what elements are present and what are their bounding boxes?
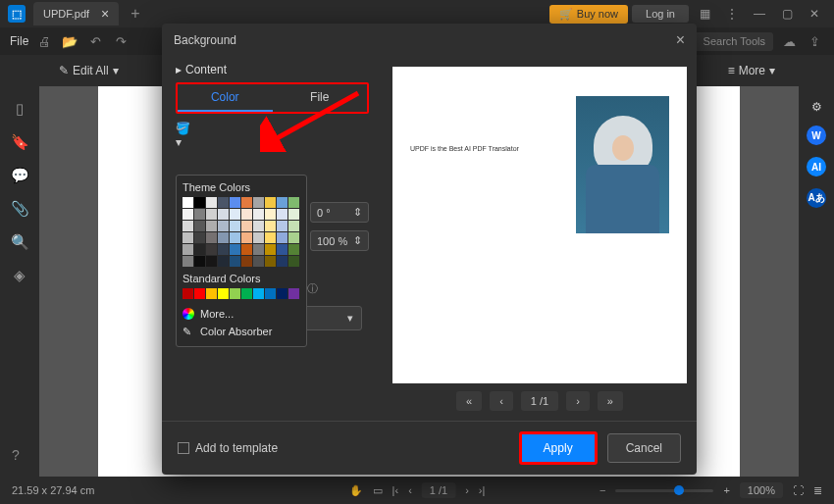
color-swatch[interactable]: [230, 209, 240, 220]
color-swatch[interactable]: [194, 221, 205, 231]
edit-all-button[interactable]: ✎ Edit All ▾: [59, 64, 119, 77]
select-tool-icon[interactable]: ▭: [373, 484, 383, 497]
zoom-slider[interactable]: [615, 489, 713, 492]
color-swatch[interactable]: [206, 209, 217, 220]
color-swatch[interactable]: [241, 256, 252, 267]
page-indicator[interactable]: 1 /1: [422, 482, 455, 498]
color-swatch[interactable]: [230, 221, 240, 231]
zoom-in-icon[interactable]: +: [723, 484, 729, 496]
color-swatch[interactable]: [194, 197, 205, 208]
add-template-checkbox[interactable]: [178, 442, 189, 454]
color-swatch[interactable]: [265, 209, 276, 220]
color-swatch[interactable]: [218, 232, 229, 243]
color-swatch[interactable]: [206, 288, 217, 299]
color-swatch[interactable]: [206, 244, 217, 255]
maximize-icon[interactable]: ▢: [775, 7, 799, 21]
document-tab[interactable]: UPDF.pdf ×: [33, 2, 119, 25]
color-swatch[interactable]: [277, 197, 287, 208]
pager-last-icon[interactable]: »: [598, 391, 623, 411]
view-mode-icon[interactable]: ≣: [813, 484, 822, 497]
color-swatch[interactable]: [241, 232, 252, 243]
color-swatch[interactable]: [194, 244, 205, 255]
color-swatch[interactable]: [206, 221, 217, 231]
tab-close-icon[interactable]: ×: [101, 6, 109, 22]
color-swatch[interactable]: [218, 221, 229, 231]
open-icon[interactable]: 📂: [60, 31, 79, 51]
color-swatch[interactable]: [265, 197, 276, 208]
paint-bucket-icon[interactable]: 🪣 ▾: [176, 122, 191, 137]
color-swatch[interactable]: [218, 256, 229, 267]
avatar-badge[interactable]: W: [807, 126, 826, 145]
color-swatch[interactable]: [277, 221, 287, 231]
color-swatch[interactable]: [288, 209, 299, 220]
color-swatch[interactable]: [288, 232, 299, 243]
undo-icon[interactable]: ↶: [85, 31, 105, 51]
color-swatch[interactable]: [277, 209, 287, 220]
color-swatch[interactable]: [241, 209, 252, 220]
color-swatch[interactable]: [265, 288, 276, 299]
prev-page-icon[interactable]: ‹: [408, 484, 412, 496]
color-swatch[interactable]: [265, 232, 276, 243]
color-swatch[interactable]: [218, 288, 229, 299]
color-swatch[interactable]: [265, 244, 276, 255]
bookmark-icon[interactable]: 🔖: [11, 133, 29, 151]
color-swatch[interactable]: [194, 232, 205, 243]
color-swatch[interactable]: [241, 288, 252, 299]
translate-badge[interactable]: Aあ: [807, 188, 826, 208]
fit-page-icon[interactable]: ⛶: [793, 484, 804, 496]
color-swatch[interactable]: [277, 232, 287, 243]
color-swatch[interactable]: [288, 244, 299, 255]
color-swatch[interactable]: [253, 197, 264, 208]
menu-icon[interactable]: ▦: [693, 7, 716, 21]
color-swatch[interactable]: [253, 288, 264, 299]
save-icon[interactable]: 🖨: [34, 31, 54, 51]
new-tab-button[interactable]: +: [130, 5, 139, 23]
color-swatch[interactable]: [277, 244, 287, 255]
comment-icon[interactable]: 💬: [11, 167, 29, 184]
color-swatch[interactable]: [253, 256, 264, 267]
minimize-icon[interactable]: —: [748, 7, 771, 21]
color-swatch[interactable]: [253, 209, 264, 220]
opacity-input[interactable]: 100 %⇕: [310, 230, 369, 251]
apply-button[interactable]: Apply: [519, 431, 598, 465]
color-swatch[interactable]: [182, 256, 193, 267]
info-icon[interactable]: ⓘ: [307, 281, 318, 296]
color-swatch[interactable]: [253, 221, 264, 231]
attachment-icon[interactable]: 📎: [11, 200, 29, 218]
color-swatch[interactable]: [206, 197, 217, 208]
first-page-icon[interactable]: |‹: [392, 484, 399, 496]
last-page-icon[interactable]: ›|: [479, 484, 486, 496]
page-icon[interactable]: ▯: [16, 100, 24, 118]
color-swatch[interactable]: [182, 209, 193, 220]
color-swatch[interactable]: [241, 221, 252, 231]
color-swatch[interactable]: [182, 232, 193, 243]
color-swatch[interactable]: [194, 288, 205, 299]
hand-tool-icon[interactable]: ✋: [349, 484, 363, 497]
color-swatch[interactable]: [230, 232, 240, 243]
rotation-input[interactable]: 0 °⇕: [310, 202, 369, 223]
next-page-icon[interactable]: ›: [465, 484, 469, 496]
search-rail-icon[interactable]: 🔍: [11, 233, 29, 251]
color-swatch[interactable]: [182, 244, 193, 255]
cloud-icon[interactable]: ☁: [779, 31, 799, 51]
kebab-icon[interactable]: ⋮: [720, 7, 744, 21]
color-swatch[interactable]: [218, 244, 229, 255]
color-swatch[interactable]: [194, 256, 205, 267]
zoom-value[interactable]: 100%: [740, 482, 783, 498]
ai-badge[interactable]: AI: [807, 157, 826, 176]
color-swatch[interactable]: [288, 197, 299, 208]
color-absorber-button[interactable]: ✎Color Absorber: [182, 323, 300, 340]
share-icon[interactable]: ⇪: [805, 31, 824, 51]
pager-next-icon[interactable]: ›: [566, 391, 590, 411]
color-swatch[interactable]: [218, 197, 229, 208]
color-swatch[interactable]: [288, 256, 299, 267]
color-swatch[interactable]: [218, 209, 229, 220]
color-swatch[interactable]: [265, 256, 276, 267]
color-swatch[interactable]: [182, 197, 193, 208]
color-swatch[interactable]: [230, 256, 240, 267]
tab-color[interactable]: Color: [178, 84, 273, 112]
content-section-header[interactable]: ▸ Content: [176, 63, 369, 76]
color-swatch[interactable]: [206, 256, 217, 267]
login-button[interactable]: Log in: [632, 5, 689, 23]
color-swatch[interactable]: [277, 288, 287, 299]
